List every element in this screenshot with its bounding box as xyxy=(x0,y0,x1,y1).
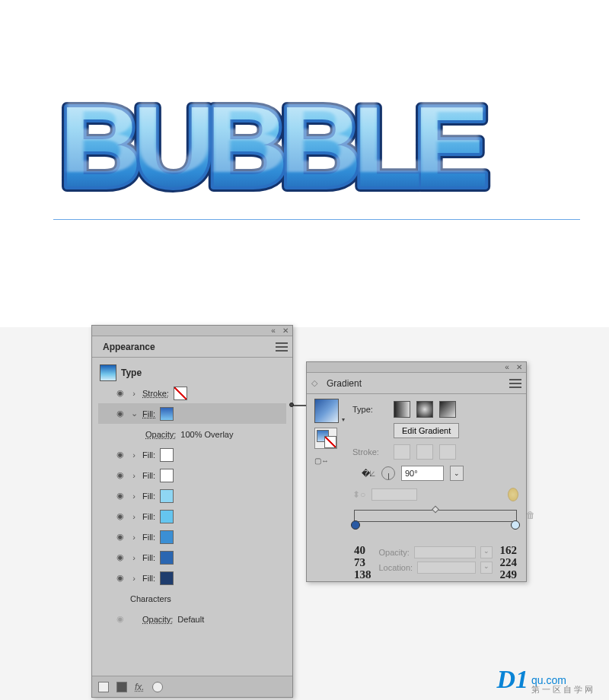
chevron-right-icon[interactable]: › xyxy=(130,513,138,520)
fill-swatch[interactable] xyxy=(160,510,174,523)
characters-label: Characters xyxy=(130,594,171,603)
watermark: D1 qu.com 第一区自学网 xyxy=(496,665,595,694)
chevron-down-icon[interactable]: ▾ xyxy=(342,416,345,423)
fill-swatch[interactable] xyxy=(160,530,174,544)
baseline-guide xyxy=(53,219,580,220)
fill-swatch[interactable] xyxy=(160,469,174,482)
gradient-type-freeform[interactable] xyxy=(439,401,456,418)
fill-row[interactable]: ◉ › Fill: xyxy=(98,506,286,527)
appearance-body: Type ◉ › Stroke: ◉ ⌄ Fill: Opacity: 100%… xyxy=(92,358,292,632)
fill-row[interactable]: ◉ › Fill: xyxy=(98,527,286,547)
fill-swatch[interactable] xyxy=(160,571,174,585)
tab-gradient[interactable]: Gradient xyxy=(320,374,368,393)
visibility-toggle[interactable]: ◉ xyxy=(115,614,126,625)
footer-icon-1[interactable] xyxy=(98,682,109,692)
chevron-right-icon[interactable]: › xyxy=(130,390,138,397)
fill-row-gradient[interactable]: ◉ ⌄ Fill: xyxy=(98,403,286,424)
angle-input[interactable]: 90° xyxy=(401,466,444,481)
default-opacity-row[interactable]: ◉ Opacity: Default xyxy=(98,609,286,629)
fill-row[interactable]: ◉ › Fill: xyxy=(98,444,286,465)
dropdown-caret-icon[interactable]: ◇ xyxy=(311,378,317,388)
angle-dial[interactable] xyxy=(381,466,395,480)
chevron-right-icon[interactable]: › xyxy=(130,574,138,582)
artboard: BUBBLE BUBBLE BUBBLE BUBBLE xyxy=(0,0,609,327)
footer-icon-3[interactable] xyxy=(152,682,163,692)
rgb-b: 249 xyxy=(500,569,518,581)
fill-row[interactable]: ◉ › Fill: xyxy=(98,465,286,485)
collapse-icon[interactable]: « xyxy=(269,327,277,335)
visibility-toggle[interactable]: ◉ xyxy=(115,511,126,522)
angle-row: �⟀ 90° ⌄ xyxy=(352,463,518,484)
fx-button[interactable]: fx. xyxy=(135,682,145,692)
close-icon[interactable]: ✕ xyxy=(282,327,289,335)
rgb-r: 162 xyxy=(500,545,518,557)
row-label: Fill: xyxy=(142,492,155,501)
opacity-label: Opacity: xyxy=(142,615,173,624)
delete-stop-icon[interactable]: 🗑 xyxy=(526,510,535,520)
watermark-sub: 第一区自学网 xyxy=(531,686,595,694)
footer-icon-2[interactable] xyxy=(116,682,127,692)
opacity-value: Default xyxy=(177,615,204,624)
edit-row: Edit Gradient xyxy=(352,420,518,441)
stroke-swatch-mini-none[interactable] xyxy=(324,436,336,448)
panel-titlebar: « ✕ xyxy=(307,362,526,373)
location-input xyxy=(417,562,475,574)
visibility-toggle[interactable]: ◉ xyxy=(115,450,126,460)
row-label: Stroke: xyxy=(142,389,169,398)
visibility-toggle[interactable]: ◉ xyxy=(115,491,126,501)
visibility-toggle[interactable]: ◉ xyxy=(115,532,126,542)
angle-icon: �⟀ xyxy=(352,469,375,479)
fill-swatch[interactable] xyxy=(160,551,174,565)
characters-row[interactable]: Characters xyxy=(98,588,286,609)
chevron-right-icon[interactable]: › xyxy=(130,451,138,459)
fill-stroke-swatches[interactable] xyxy=(314,428,337,449)
rgb-r: 40 xyxy=(354,545,371,557)
stroke-swatch-none[interactable] xyxy=(174,387,187,400)
panel-menu-icon[interactable] xyxy=(276,342,288,352)
angle-dropdown[interactable]: ⌄ xyxy=(450,466,464,481)
watermark-logo: D1 xyxy=(496,665,528,694)
visibility-toggle[interactable]: ◉ xyxy=(115,552,126,563)
fill-swatch-gradient[interactable] xyxy=(160,407,174,421)
visibility-toggle[interactable]: ◉ xyxy=(115,573,126,584)
gradient-body: ▾ ▢↔ Type: Edit Gradient xyxy=(307,394,526,585)
gradient-right-col: Type: Edit Gradient Stroke: �⟀ xyxy=(352,399,518,581)
stroke-row[interactable]: ◉ › Stroke: xyxy=(98,383,286,403)
visibility-toggle[interactable]: ◉ xyxy=(115,409,126,419)
collapse-icon[interactable]: « xyxy=(503,364,511,371)
row-label: Fill: xyxy=(142,512,155,521)
visibility-toggle[interactable]: ◉ xyxy=(115,470,126,481)
location-dropdown: ⌄ xyxy=(480,562,493,574)
visibility-toggle[interactable]: ◉ xyxy=(115,388,126,399)
gradient-preview[interactable]: ▾ xyxy=(314,399,339,423)
fill-row[interactable]: ◉ › Fill: xyxy=(98,547,286,568)
fill-swatch[interactable] xyxy=(160,448,174,462)
link-dot xyxy=(289,402,294,407)
edit-gradient-button[interactable]: Edit Gradient xyxy=(394,423,459,438)
chevron-right-icon[interactable]: › xyxy=(130,472,138,479)
reverse-gradient-icon[interactable]: ▢↔ xyxy=(314,457,329,465)
tab-appearance[interactable]: Appearance xyxy=(97,337,161,357)
type-thumbnail[interactable] xyxy=(100,364,116,381)
aspect-row: ⬍○ xyxy=(352,484,518,505)
color-stop-right[interactable] xyxy=(511,520,520,530)
opacity-subrow[interactable]: Opacity: 100% Overlay xyxy=(98,424,286,444)
color-stop-left[interactable] xyxy=(351,520,360,530)
gradient-slider[interactable]: 🗑 xyxy=(354,510,517,540)
close-icon[interactable]: ✕ xyxy=(515,364,523,371)
gradient-type-radial[interactable] xyxy=(416,401,433,418)
stroke-label: Stroke: xyxy=(352,447,387,457)
panel-menu-icon[interactable] xyxy=(509,379,521,388)
fill-row[interactable]: ◉ › Fill: xyxy=(98,485,286,506)
fill-swatch[interactable] xyxy=(160,489,174,503)
chevron-down-icon[interactable]: ⌄ xyxy=(130,410,138,418)
chevron-right-icon[interactable]: › xyxy=(130,554,138,562)
stroke-option-2 xyxy=(416,444,433,460)
type-row: Type: xyxy=(352,399,518,420)
chevron-right-icon[interactable]: › xyxy=(130,492,138,500)
gradient-type-linear[interactable] xyxy=(394,401,410,418)
opacity-value: 100% Overlay xyxy=(180,430,233,439)
rgb-b: 138 xyxy=(354,569,371,581)
fill-row[interactable]: ◉ › Fill: xyxy=(98,568,286,588)
chevron-right-icon[interactable]: › xyxy=(130,533,138,541)
